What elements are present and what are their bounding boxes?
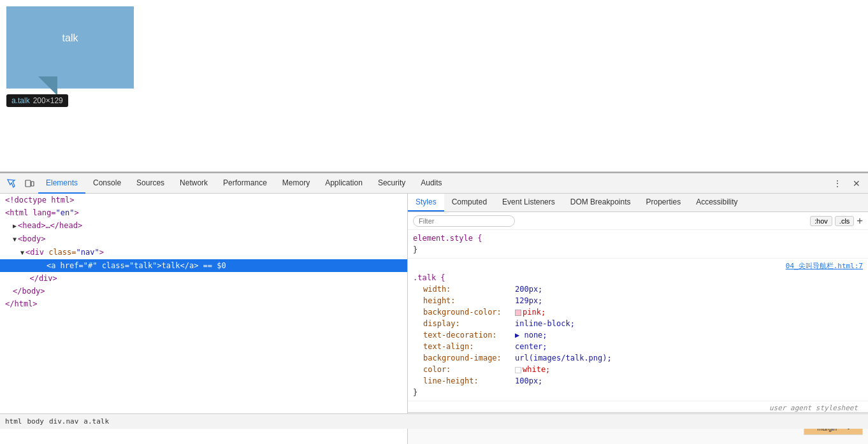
styles-tab-accessibility[interactable]: Accessibility: [688, 194, 745, 211]
tab-performance[interactable]: Performance: [215, 173, 275, 194]
styles-panel: Styles Computed Event Listeners DOM Brea…: [408, 194, 868, 444]
css-source-talk: 04_尖叫导航栏.html:7: [413, 261, 863, 271]
css-prop-color: color: white;: [413, 364, 863, 375]
css-file-link[interactable]: 04_尖叫导航栏.html:7: [786, 262, 863, 270]
tab-security[interactable]: Security: [370, 173, 413, 194]
tab-network[interactable]: Network: [172, 173, 215, 194]
breadcrumb-divnav[interactable]: div.nav: [49, 417, 78, 426]
tab-memory[interactable]: Memory: [275, 173, 317, 194]
browser-preview: talk a.talk 200×129: [0, 0, 868, 172]
devtools-toolbar: Elements Console Sources Network Perform…: [0, 173, 868, 194]
tooltip-element-size: 200×129: [33, 96, 63, 105]
element-tooltip: a.talk 200×129: [6, 94, 68, 107]
css-prop-line-height: line-height: 100px;: [413, 375, 863, 387]
breadcrumb: html body div.nav a.talk: [0, 413, 408, 429]
styles-tabs: Styles Computed Event Listeners DOM Brea…: [408, 194, 868, 212]
breadcrumb-atalk[interactable]: a.talk: [83, 417, 109, 426]
tab-console[interactable]: Console: [85, 173, 129, 194]
styles-tab-dom-breakpoints[interactable]: DOM Breakpoints: [563, 194, 639, 211]
talk-element: talk: [6, 6, 134, 89]
styles-tab-event-listeners[interactable]: Event Listeners: [495, 194, 563, 211]
html-line[interactable]: ▶<head>…</head>: [0, 219, 407, 233]
css-prop-height: height: 129px;: [413, 295, 863, 306]
styles-tab-properties[interactable]: Properties: [638, 194, 688, 211]
breadcrumb-body[interactable]: body: [27, 417, 45, 426]
css-selector-line: element.style {: [413, 233, 863, 244]
svg-rect-0: [25, 180, 31, 187]
more-button[interactable]: ⋮: [828, 175, 846, 192]
html-line[interactable]: ▼<div class="nav">: [0, 246, 407, 259]
css-rule-talk: 04_尖叫导航栏.html:7 .talk { width: 200px; he…: [408, 259, 868, 401]
tab-application[interactable]: Application: [317, 173, 370, 194]
devtools-toolbar-right: ⋮ ✕: [828, 175, 865, 192]
tab-elements[interactable]: Elements: [38, 173, 85, 194]
css-rule-webkit: user agent stylesheet a:-webkit-any-link…: [408, 401, 868, 412]
breadcrumb-html[interactable]: html: [5, 417, 22, 426]
css-prop-width: width: 200px;: [413, 283, 863, 295]
css-source-ua: user agent stylesheet: [413, 404, 863, 412]
tab-sources[interactable]: Sources: [129, 173, 172, 194]
styles-tab-computed[interactable]: Computed: [444, 194, 495, 211]
devtools-panel: Elements Console Sources Network Perform…: [0, 172, 868, 444]
html-line[interactable]: </html>: [0, 297, 407, 310]
styles-tab-styles[interactable]: Styles: [408, 194, 444, 211]
talk-text: talk: [62, 32, 78, 43]
bg-image-link[interactable]: images/talk.png: [533, 354, 602, 362]
css-prop-display: display: inline-block;: [413, 318, 863, 329]
elements-panel[interactable]: <!doctype html> <html lang="en"> ▶<head>…: [0, 194, 408, 444]
color-swatch-pink[interactable]: [515, 310, 521, 316]
css-close-brace: }: [413, 244, 863, 255]
html-line[interactable]: <html lang="en">: [0, 206, 407, 219]
close-devtools-button[interactable]: ✕: [848, 175, 865, 192]
css-prop-bg-color: background-color: pink;: [413, 306, 863, 318]
color-swatch-white[interactable]: [515, 367, 521, 373]
css-selector-talk: .talk {: [413, 272, 863, 283]
html-line-selected[interactable]: <a href="#" class="talk">talk</a> == $0: [0, 259, 407, 272]
html-line[interactable]: </body>: [0, 285, 407, 297]
device-button[interactable]: [20, 175, 38, 192]
html-line[interactable]: ▼<body>: [0, 233, 407, 246]
filter-buttons: :hov .cls +: [810, 215, 863, 227]
filter-plus-button[interactable]: +: [857, 215, 863, 227]
css-prop-text-decoration: text-decoration: ▶ none;: [413, 329, 863, 341]
css-prop-text-align: text-align: center;: [413, 341, 863, 352]
css-prop-bg-image: background-image: url(images/talk.png);: [413, 352, 863, 364]
html-line[interactable]: </div>: [0, 272, 407, 285]
filter-bar: :hov .cls +: [408, 212, 868, 230]
filter-hov-button[interactable]: :hov: [810, 216, 832, 226]
svg-rect-1: [31, 182, 34, 186]
talk-triangle: [38, 76, 57, 96]
css-close-brace-talk: }: [413, 387, 863, 398]
devtools-main: <!doctype html> <html lang="en"> ▶<head>…: [0, 194, 868, 444]
tooltip-element-name: a.talk: [11, 96, 30, 105]
styles-content[interactable]: :hov .cls + element.style { }: [408, 212, 868, 412]
filter-cls-button[interactable]: .cls: [835, 216, 855, 226]
html-line[interactable]: <!doctype html>: [0, 194, 407, 206]
inspect-button[interactable]: [3, 175, 20, 192]
tab-audits[interactable]: Audits: [413, 173, 449, 194]
filter-input[interactable]: [413, 215, 515, 227]
css-rule-element-style: element.style { }: [408, 230, 868, 259]
